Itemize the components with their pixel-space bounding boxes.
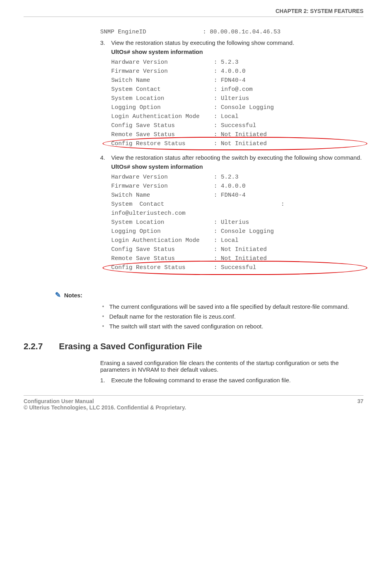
pencil-icon: ✎ (55, 291, 61, 299)
section-title: Erasing a Saved Configuration File (59, 341, 202, 352)
section-intro: Erasing a saved configuration file clear… (100, 359, 363, 373)
step4-out-2: Switch Name : FDN40-4 (111, 192, 363, 199)
step4-out-9: Remote Save Status : Not Initiated (111, 255, 363, 262)
footer-page-number: 37 (357, 398, 363, 411)
note-item-1: Default name for the restoration file is… (109, 313, 236, 320)
step3-out-8: Remote Save Status : Not Initiated (111, 131, 363, 138)
step3-out-7: Config Save Status : Successful (111, 122, 363, 129)
step3-out-5: Logging Option : Console Logging (111, 104, 363, 111)
step3-out-9: Config Restore Status : Not Initiated (111, 140, 363, 147)
step3-out-2: Switch Name : FDN40-4 (111, 77, 363, 84)
step4-out-7: Login Authentication Mode : Local (111, 237, 363, 244)
bullet-icon: • (102, 313, 109, 320)
step3-out-1: Firmware Version : 4.0.0.0 (111, 68, 363, 75)
notes-label: Notes: (64, 292, 83, 299)
step3-number: 3. (100, 39, 111, 46)
footer-title: Configuration User Manual (24, 398, 186, 404)
erase-step1-text: Execute the following command to erase t… (111, 377, 363, 383)
snmp-line: SNMP EngineID : 80.00.08.1c.04.46.53 (100, 29, 363, 35)
step4-out-5: System Location : Ulterius (111, 219, 363, 226)
step4-out-6: Logging Option : Console Logging (111, 228, 363, 235)
step4-out-0: Hardware Version : 5.2.3 (111, 174, 363, 181)
step4-number: 4. (100, 154, 111, 161)
step4-command: UltOs# show system information (111, 163, 363, 170)
note-item-2: The switch will start with the saved con… (109, 323, 263, 330)
erase-step1-number: 1. (100, 377, 111, 383)
step3-command: UltOs# show system information (111, 48, 363, 55)
note-item-0: The current configurations will be saved… (109, 303, 349, 310)
step3-out-6: Login Authentication Mode : Local (111, 113, 363, 120)
section-number: 2.2.7 (24, 341, 59, 352)
chapter-header: CHAPTER 2: SYSTEM FEATURES (24, 8, 363, 17)
step4-out-4: info@ulteriustech.com (111, 210, 363, 217)
step4-out-3: System Contact : (111, 201, 363, 208)
step4-out-8: Config Save Status : Not Initiated (111, 246, 363, 253)
bullet-icon: • (102, 323, 109, 330)
step4-text: View the restoration status after reboot… (111, 154, 363, 161)
bullet-icon: • (102, 303, 109, 310)
footer-copyright: © Ulterius Technologies, LLC 2016. Confi… (24, 404, 186, 411)
step4-out-1: Firmware Version : 4.0.0.0 (111, 183, 363, 190)
step3-text: View the restoration status by executing… (111, 39, 363, 46)
step3-out-4: System Location : Ulterius (111, 95, 363, 102)
step3-out-3: System Contact : info@.com (111, 86, 363, 93)
notes-heading: ✎ Notes: (55, 291, 363, 299)
step3-out-0: Hardware Version : 5.2.3 (111, 59, 363, 66)
step4-out-10: Config Restore Status : Successful (111, 264, 363, 271)
